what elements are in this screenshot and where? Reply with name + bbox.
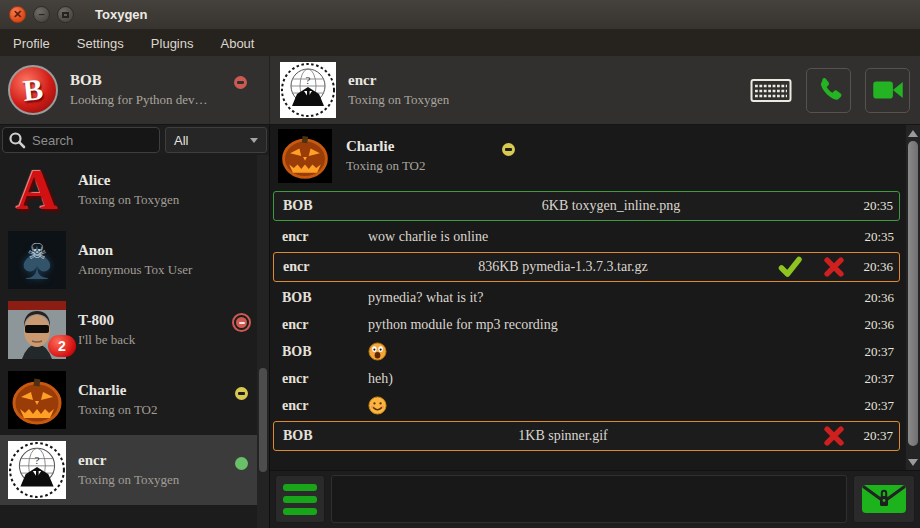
hamburger-icon <box>283 484 317 491</box>
shocked-face-emoji <box>368 342 387 361</box>
message-input[interactable] <box>331 475 847 523</box>
contact-item-charlie[interactable]: Charlie Toxing on TO2 <box>0 365 269 435</box>
message-row: BOB pymedia? what is it? 20:36 <box>273 284 900 311</box>
menu-plugins[interactable]: Plugins <box>151 36 194 51</box>
message-text: pymedia? what is it? <box>368 290 854 306</box>
menu-settings[interactable]: Settings <box>77 36 124 51</box>
contact-filter-value: All <box>174 133 188 148</box>
message-text: python module for mp3 recording <box>368 317 854 333</box>
video-call-button[interactable] <box>865 68 910 113</box>
chat-menu-button[interactable] <box>275 475 325 523</box>
header: B BOB Looking for Python dev… ? <box>0 56 920 125</box>
menubar: Profile Settings Plugins About <box>0 30 920 56</box>
contact-name: T-800 <box>78 312 135 329</box>
message-list: BOB 6KB toxygen_inline.png 20:35 encr wo… <box>270 187 905 453</box>
card-peer-name: Charlie <box>346 138 426 155</box>
menu-about[interactable]: About <box>220 36 254 51</box>
file-label: 6KB toxygen_inline.png <box>369 198 853 214</box>
message-sender: encr <box>273 398 368 414</box>
send-button[interactable] <box>853 475 915 523</box>
message-row: BOB 20:37 <box>273 338 900 365</box>
file-transfer-row[interactable]: encr 836KB pymedia-1.3.7.3.tar.gz 20:36 <box>273 252 900 282</box>
toxygen-window: ✕ – Toxygen Profile Settings Plugins Abo… <box>0 0 920 528</box>
peer-avatar: ? <box>280 62 336 118</box>
video-camera-icon <box>872 77 904 103</box>
main-body: All A Alice Toxing on Toxygen ♠ ☠ <box>0 125 920 528</box>
search-box[interactable] <box>2 127 160 153</box>
contact-status-message: Anonymous Tox User <box>78 262 192 278</box>
message-row: encr wow charlie is online 20:35 <box>273 223 900 250</box>
keyboard-icon <box>750 77 792 104</box>
search-input[interactable] <box>26 133 159 148</box>
message-sender: BOB <box>274 198 369 214</box>
encr-avatar: ? <box>8 441 66 499</box>
message-sender: encr <box>273 371 368 387</box>
message-time: 20:37 <box>854 398 900 414</box>
maximize-icon <box>62 12 69 18</box>
message-sender: BOB <box>274 428 369 444</box>
message-time: 20:36 <box>854 290 900 306</box>
contact-item-anon[interactable]: ♠ ☠ Anon Anonymous Tox User <box>0 225 269 295</box>
contact-item-alice[interactable]: A Alice Toxing on Toxygen <box>0 155 269 225</box>
charlie-peer-card[interactable]: Charlie Toxing on TO2 <box>270 125 905 187</box>
self-avatar[interactable]: B <box>8 65 58 115</box>
contact-item-encr[interactable]: ? encr Toxing on Toxygen <box>0 435 269 505</box>
close-button[interactable]: ✕ <box>9 6 26 23</box>
svg-text:?: ? <box>306 74 311 86</box>
message-sender: encr <box>273 229 368 245</box>
contact-name: encr <box>78 452 179 469</box>
audio-call-button[interactable] <box>806 68 851 113</box>
cancel-transfer-icon[interactable] <box>823 425 845 447</box>
encrypted-send-icon <box>859 480 909 518</box>
message-sender: encr <box>273 317 368 333</box>
scrollbar-thumb[interactable] <box>908 141 918 446</box>
scroll-up-arrow[interactable] <box>906 126 920 140</box>
message-text: wow charlie is online <box>368 229 854 245</box>
decline-transfer-icon[interactable] <box>823 256 845 278</box>
message-row: encr python module for mp3 recording 20:… <box>273 311 900 338</box>
self-name[interactable]: BOB <box>70 72 208 89</box>
anon-avatar: ♠ ☠ <box>8 231 66 289</box>
contact-list: A Alice Toxing on Toxygen ♠ ☠ Anon Anony… <box>0 155 269 528</box>
chat-scrollbar[interactable] <box>905 125 920 470</box>
pumpkin-avatar-image <box>8 371 66 429</box>
file-transfer-row[interactable]: BOB 6KB toxygen_inline.png 20:35 <box>273 191 900 221</box>
smiling-face-emoji <box>368 396 387 415</box>
maximize-button[interactable] <box>57 6 74 23</box>
scrollbar-thumb[interactable] <box>259 368 267 472</box>
skull-icon: ☠ <box>27 239 47 265</box>
chat-peer-header: ? encr Toxing on Toxygen <box>270 56 920 124</box>
self-busy-status-icon[interactable] <box>234 76 247 89</box>
pumpkin-avatar-image <box>278 129 332 183</box>
charlie-card-avatar <box>278 129 332 183</box>
contact-filter-dropdown[interactable]: All <box>165 127 267 153</box>
message-time: 20:35 <box>853 198 899 214</box>
message-time: 20:36 <box>853 259 899 275</box>
accept-transfer-icon[interactable] <box>777 255 803 279</box>
scroll-down-arrow[interactable] <box>906 455 920 469</box>
minimize-button[interactable]: – <box>33 6 50 23</box>
away-status-icon <box>502 143 515 156</box>
contact-item-t800[interactable]: T-800 I'll be back 2 <box>0 295 269 365</box>
self-status-message[interactable]: Looking for Python dev… <box>70 92 208 108</box>
menu-profile[interactable]: Profile <box>13 36 50 51</box>
contact-name: Alice <box>78 172 179 189</box>
contact-list-scrollbar[interactable] <box>257 155 269 528</box>
busy-unread-status-icon <box>232 313 251 332</box>
message-sender: encr <box>274 259 369 275</box>
anonymous-avatar-image: ? <box>280 62 336 118</box>
titlebar: ✕ – Toxygen <box>0 0 920 30</box>
peer-name: encr <box>348 72 449 89</box>
self-profile[interactable]: B BOB Looking for Python dev… <box>0 56 270 124</box>
file-label: 1KB spinner.gif <box>369 428 757 444</box>
message-time: 20:36 <box>854 317 900 333</box>
anonymous-avatar-image: ? <box>8 441 66 499</box>
window-title: Toxygen <box>95 7 148 22</box>
file-transfer-row[interactable]: BOB 1KB spinner.gif 20:37 <box>273 421 900 451</box>
file-label: 836KB pymedia-1.3.7.3.tar.gz <box>369 259 757 275</box>
message-sender: BOB <box>273 290 368 306</box>
chevron-down-icon <box>250 138 258 143</box>
contact-status-message: I'll be back <box>78 332 135 348</box>
alice-avatar: A <box>8 161 66 219</box>
message-area: Charlie Toxing on TO2 BOB 6KB toxygen_in… <box>270 125 920 470</box>
